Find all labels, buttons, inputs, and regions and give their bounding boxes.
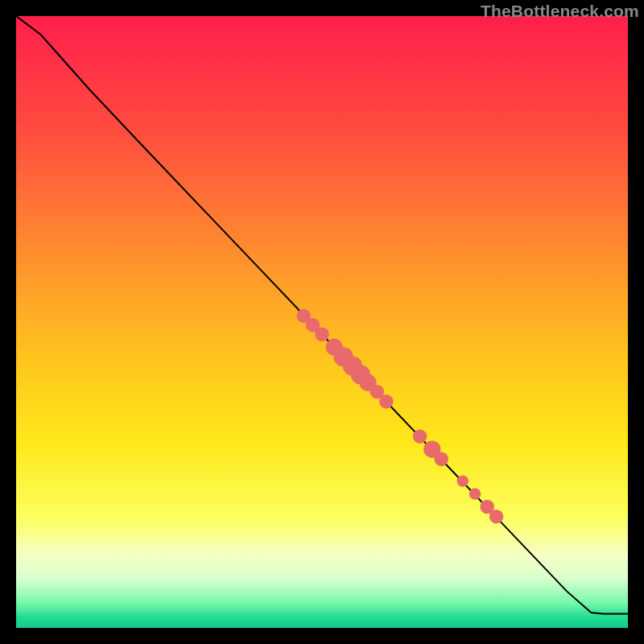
data-point xyxy=(469,488,481,499)
data-point xyxy=(315,327,328,341)
data-point xyxy=(457,475,469,486)
chart-frame xyxy=(16,16,628,628)
data-point xyxy=(489,510,503,523)
data-point xyxy=(379,394,393,408)
data-point xyxy=(434,452,448,466)
data-point xyxy=(413,429,427,443)
bottleneck-chart xyxy=(16,16,628,628)
watermark-text: TheBottleneck.com xyxy=(481,2,639,21)
